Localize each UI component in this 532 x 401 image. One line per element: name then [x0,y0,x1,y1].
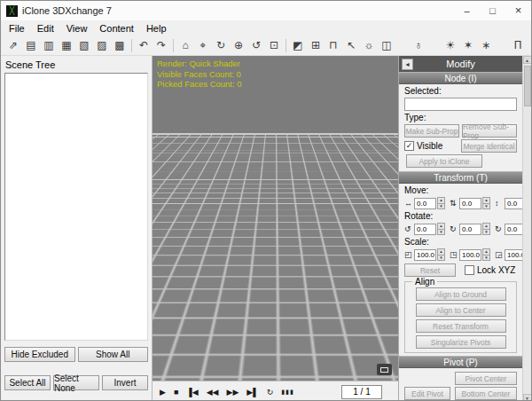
section-transform[interactable]: Transform (T) [399,171,522,184]
rotate-y-spinner[interactable]: ↻ 0.0 ▲▼ [450,223,490,235]
section-pivot[interactable]: Pivot (P) [399,356,522,368]
hide-excluded-button[interactable]: Hide Excluded [4,347,75,362]
grid-toggle-icon[interactable]: ⊞ [307,37,325,54]
apply-to-iclone-button[interactable]: Apply to iClone [406,154,482,168]
move-y-spinner[interactable]: ⇅ 0.0 ▲▼ [450,197,490,209]
export-to-iclone-icon[interactable]: ⇗ [4,37,22,54]
zoom-tool-icon[interactable]: ⊕ [230,37,247,54]
viewport-expand-icon[interactable] [377,364,392,375]
reset-view-icon[interactable]: ⊡ [265,37,283,54]
magnet-snap-icon[interactable]: ⊓ [325,37,342,54]
merge-identical-button[interactable]: Merge Identical [461,139,517,153]
remove-subprop-button[interactable]: Remove Sub-Prop [462,124,517,138]
batch-convert-icon[interactable]: ▩ [111,37,129,54]
move-x-stepper[interactable]: ▲▼ [437,197,445,209]
bottom-center-button[interactable]: Bottom Center [455,387,517,400]
flip-faces-icon[interactable]: ◩ [289,37,307,54]
globe-icon[interactable]: ♁ [410,37,427,54]
rotate-view-icon[interactable]: ↻ [212,37,230,54]
section-node[interactable]: Node (I) [399,72,522,84]
scale-y-value[interactable]: 100.0 [459,249,481,261]
menu-file[interactable]: File [3,22,31,35]
reset-transform-button[interactable]: Reset Transform [416,319,506,333]
rotate-y-value[interactable]: 0.0 [459,224,481,235]
stage-icon[interactable]: Π [509,37,527,54]
scale-x-spinner[interactable]: ◰ 100.0 ▲▼ [404,248,445,261]
scale-y-spinner[interactable]: ◳ 100.0 ▲▼ [450,248,490,261]
pick-tool-icon[interactable]: ↖ [342,37,360,54]
point-light-icon[interactable]: ∗ [477,37,495,54]
scene-tree-list[interactable] [4,73,148,341]
collapse-panel-icon[interactable]: ◂ [402,59,413,70]
rotate-x-spinner[interactable]: ↺ 0.0 ▲▼ [404,223,445,235]
minimize-button[interactable]: – [454,1,480,20]
horizon-line [153,133,398,135]
light-toggle-icon[interactable]: ☼ [360,37,378,54]
rotate-z-spinner[interactable]: ↻ 0.0 ▲▼ [495,223,522,235]
visible-checkbox[interactable]: ✓ [404,141,414,151]
select-all-button[interactable]: Select All [4,375,51,390]
move-z-value[interactable]: 0.0 [505,198,522,209]
move-z-spinner[interactable]: ↕ 0.0 ▲▼ [495,197,522,209]
orbit-tool-icon[interactable]: ↺ [247,37,265,54]
rotate-x-stepper[interactable]: ▲▼ [437,223,445,235]
pan-tool-icon[interactable]: ⌖ [194,37,212,54]
viewport-canvas[interactable]: Render: Quick Shader Visible Faces Count… [153,56,398,381]
scroll-up-icon[interactable]: ▲ [523,56,532,64]
stop-button[interactable]: ■ [174,388,178,397]
toolbar: ⇗ ▤ ▥ ▦ ▧ ▨ ▩ ↶ ↷ ⌂ ⌖ ↻ ⊕ ↺ ⊡ ◩ ⊞ ⊓ ↖ ☼ … [1,35,531,56]
undo-icon[interactable]: ↶ [135,37,153,54]
menu-edit[interactable]: Edit [31,22,60,35]
play-button[interactable]: ▶ [160,388,166,397]
singularize-pivots-button[interactable]: Singularize Pivots [416,335,506,349]
menu-view[interactable]: View [60,22,94,35]
rotate-z-value[interactable]: 0.0 [505,224,522,235]
next-frame-button[interactable]: ▶▶ [227,388,239,397]
menu-content[interactable]: Content [93,22,140,35]
previous-frame-button[interactable]: ◀◀ [207,388,219,397]
frame-mode-icon[interactable]: ▮▮▮ [281,389,294,396]
invert-button[interactable]: Invert [102,375,148,390]
rotate-y-stepper[interactable]: ▲▼ [482,223,490,235]
lock-xyz-checkbox[interactable] [465,265,474,275]
menu-help[interactable]: Help [140,22,173,35]
show-all-button[interactable]: Show All [78,347,149,362]
edit-pivot-button[interactable]: Edit Pivot [404,387,450,400]
ambient-light-icon[interactable]: ☀ [442,37,459,54]
selected-label: Selected: [404,86,517,97]
align-to-center-button[interactable]: Align to Center [416,303,506,317]
loop-button[interactable]: ↻ [267,388,274,397]
close-button[interactable]: × [505,1,531,20]
move-y-stepper[interactable]: ▲▼ [482,197,490,209]
export-content-icon[interactable]: ▦ [58,37,75,54]
scale-z-value[interactable]: 100.0 [505,249,522,261]
redo-icon[interactable]: ↷ [153,37,170,54]
make-subprop-button[interactable]: Make Sub-Prop [404,124,459,138]
scale-y-stepper[interactable]: ▲▼ [482,248,490,261]
scale-x-value[interactable]: 100.0 [414,249,436,261]
go-to-start-button[interactable]: ▐◀ [186,388,198,397]
modify-scrollbar[interactable]: ▲ ▼ [522,56,531,401]
spot-light-icon[interactable]: ✶ [459,37,477,54]
maximize-button[interactable]: □ [480,1,505,20]
select-none-button[interactable]: Select None [53,375,99,390]
export-motion-icon[interactable]: ▨ [93,37,111,54]
move-x-value[interactable]: 0.0 [414,198,436,209]
scale-x-stepper[interactable]: ▲▼ [437,248,445,261]
scrollbar-thumb[interactable] [524,66,531,106]
reset-button[interactable]: Reset [404,263,456,277]
move-y-value[interactable]: 0.0 [459,198,481,209]
open-file-icon[interactable]: ▤ [22,37,40,54]
monitor-display-icon[interactable]: ◫ [378,37,395,54]
home-view-icon[interactable]: ⌂ [176,37,194,54]
move-x-spinner[interactable]: ↔ 0.0 ▲▼ [404,197,445,209]
render-mode-text: Render: Quick Shader [157,59,242,69]
rotate-x-value[interactable]: 0.0 [414,224,436,235]
go-to-end-button[interactable]: ▶▌ [246,388,258,397]
scale-z-spinner[interactable]: ◲ 100.0 ▲▼ [495,248,522,261]
import-content-icon[interactable]: ▥ [40,37,58,54]
scroll-down-icon[interactable]: ▼ [523,394,532,401]
import-motion-icon[interactable]: ▧ [75,37,93,54]
align-to-ground-button[interactable]: Align to Ground [416,287,506,301]
pivot-center-button[interactable]: Pivot Center [455,372,517,385]
